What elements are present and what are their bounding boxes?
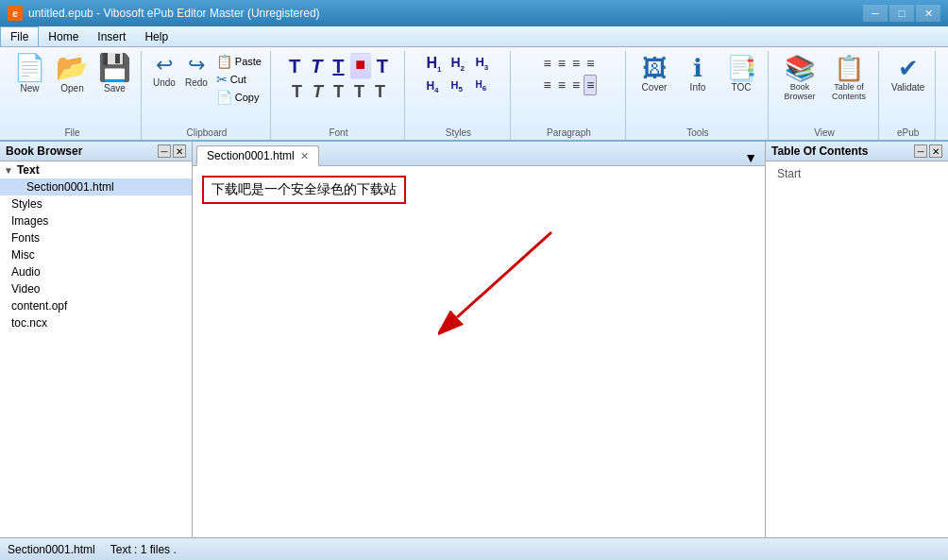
paste-icon: 📋	[216, 54, 232, 69]
tools-buttons: 🖼 Cover ℹ Info 📑 TOC	[634, 53, 762, 95]
toc-button[interactable]: 📑 TOC	[720, 53, 762, 95]
tree-item-styles[interactable]: Styles	[0, 195, 192, 212]
redo-icon: ↪	[188, 55, 205, 76]
toc-content: Start	[766, 161, 948, 186]
tab-section0001[interactable]: Section0001.html ✕	[196, 145, 319, 166]
images-label: Images	[11, 214, 48, 228]
redo-label: Redo	[185, 77, 208, 88]
minimize-button[interactable]: ─	[863, 5, 888, 22]
info-label: Info	[690, 82, 706, 93]
ribbon-group-tools: 🖼 Cover ℹ Info 📑 TOC Tools	[628, 51, 769, 140]
menu-bar: File Home Insert Help	[0, 26, 948, 47]
tab-close-button[interactable]: ✕	[300, 150, 309, 162]
panel-pin-button[interactable]: ─	[158, 144, 171, 158]
bold-button[interactable]: T	[284, 53, 305, 79]
tree-item-section0001[interactable]: Section0001.html	[0, 178, 192, 195]
open-button[interactable]: 📂 Open	[52, 53, 93, 95]
validate-button[interactable]: ✔ Validate	[887, 53, 929, 95]
align-right-button[interactable]: ≡	[569, 53, 583, 74]
menu-help[interactable]: Help	[135, 26, 178, 46]
save-button[interactable]: 💾 Save	[94, 53, 135, 95]
align-center-button[interactable]: ≡	[555, 53, 568, 74]
editor-content[interactable]: 下载吧是一个安全绿色的下载站	[202, 176, 406, 204]
cut-button[interactable]: ✂ Cut	[213, 71, 264, 88]
h3-button[interactable]: H3	[471, 53, 494, 76]
column-button[interactable]: ≡	[584, 75, 597, 95]
font-style6-button[interactable]: T	[287, 80, 307, 105]
content-area: Book Browser ─ ✕ ▼ Text Section0001.html…	[0, 142, 948, 537]
color-button[interactable]: ■	[350, 53, 371, 79]
new-button[interactable]: 📄 New	[9, 53, 50, 95]
toc-item-start[interactable]: Start	[773, 165, 940, 182]
ribbon-group-paragraph: ≡ ≡ ≡ ≡ ≡ ≡ ≡ ≡ Paragraph	[513, 51, 626, 140]
view-buttons: 📚 BookBrowser 📋 Table ofContents	[776, 53, 872, 104]
menu-home[interactable]: Home	[39, 26, 88, 46]
italic-button[interactable]: T	[306, 53, 327, 79]
ribbon-group-epub: ✔ Validate ePub	[881, 51, 936, 140]
undo-label: Undo	[153, 77, 176, 88]
book-browser-button[interactable]: 📚 BookBrowser	[776, 53, 823, 104]
cover-button[interactable]: 🖼 Cover	[634, 53, 675, 95]
list-unordered-button[interactable]: ≡	[541, 75, 554, 95]
book-browser-tree: ▼ Text Section0001.html Styles Images Fo…	[0, 161, 192, 537]
view-group-label: View	[814, 127, 835, 140]
tree-item-content-opf[interactable]: content.opf	[0, 297, 192, 314]
tree-item-fonts[interactable]: Fonts	[0, 229, 192, 246]
tree-item-audio[interactable]: Audio	[0, 263, 192, 280]
h5-button[interactable]: H5	[447, 77, 469, 96]
underline-button[interactable]: T	[328, 53, 348, 79]
copy-button[interactable]: 📄 Copy	[213, 89, 264, 106]
content-opf-label: content.opf	[11, 299, 67, 313]
app-icon: e	[8, 6, 23, 21]
validate-icon: ✔	[898, 56, 919, 80]
align-left-button[interactable]: ≡	[541, 53, 554, 74]
h2-button[interactable]: H2	[447, 53, 469, 76]
toc-close-button[interactable]: ✕	[929, 144, 942, 158]
font-style5-button[interactable]: T	[372, 53, 393, 79]
panel-close-button[interactable]: ✕	[173, 144, 186, 158]
book-browser-panel: Book Browser ─ ✕ ▼ Text Section0001.html…	[0, 142, 193, 537]
indent-decrease-button[interactable]: ≡	[569, 75, 583, 95]
tree-item-misc[interactable]: Misc	[0, 246, 192, 263]
font-style8-button[interactable]: T	[329, 80, 348, 105]
toc-pin-button[interactable]: ─	[914, 144, 927, 158]
book-browser-header: Book Browser ─ ✕	[0, 142, 192, 161]
tree-item-toc-ncx[interactable]: toc.ncx	[0, 314, 192, 331]
paste-button[interactable]: 📋 Paste	[213, 53, 264, 70]
new-label: New	[20, 83, 39, 93]
toc-view-label: Table ofContents	[832, 82, 866, 101]
toc-panel-title: Table Of Contents	[771, 144, 868, 158]
toc-icon: 📑	[726, 56, 756, 80]
tree-item-video[interactable]: Video	[0, 280, 192, 297]
expand-icon: ▼	[4, 165, 13, 176]
menu-file[interactable]: File	[0, 26, 39, 46]
maximize-button[interactable]: □	[889, 5, 914, 22]
font-style9-button[interactable]: T	[349, 80, 369, 105]
toc-ncx-label: toc.ncx	[11, 316, 47, 330]
tree-item-text[interactable]: ▼ Text	[0, 161, 192, 178]
ribbon-group-file: 📄 New 📂 Open 💾 Save File	[4, 51, 142, 140]
tree-item-images[interactable]: Images	[0, 212, 192, 229]
menu-insert[interactable]: Insert	[88, 26, 135, 46]
red-arrow-annotation	[438, 223, 570, 348]
fonts-label: Fonts	[11, 231, 40, 245]
paragraph-group-label: Paragraph	[547, 127, 591, 140]
redo-button[interactable]: ↪ Redo	[181, 53, 212, 106]
h6-button[interactable]: H6	[471, 77, 494, 96]
table-of-contents-button[interactable]: 📋 Table ofContents	[825, 53, 872, 104]
tab-bar: Section0001.html ✕ ▼	[193, 142, 765, 166]
list-ordered-button[interactable]: ≡	[555, 75, 568, 95]
font-style7-button[interactable]: T	[308, 80, 328, 105]
h4-button[interactable]: H4	[422, 77, 445, 96]
book-browser-icon: 📚	[785, 56, 815, 80]
editor-area[interactable]: 下载吧是一个安全绿色的下载站	[193, 166, 765, 537]
undo-button[interactable]: ↩ Undo	[149, 53, 179, 106]
align-justify-button[interactable]: ≡	[584, 53, 597, 74]
book-browser-title: Book Browser	[6, 144, 82, 158]
cover-label: Cover	[642, 82, 668, 93]
close-button[interactable]: ✕	[916, 5, 940, 22]
tab-dropdown-button[interactable]: ▼	[744, 150, 757, 165]
info-button[interactable]: ℹ Info	[677, 53, 719, 95]
h1-button[interactable]: H1	[422, 53, 445, 76]
font-style10-button[interactable]: T	[370, 80, 390, 105]
